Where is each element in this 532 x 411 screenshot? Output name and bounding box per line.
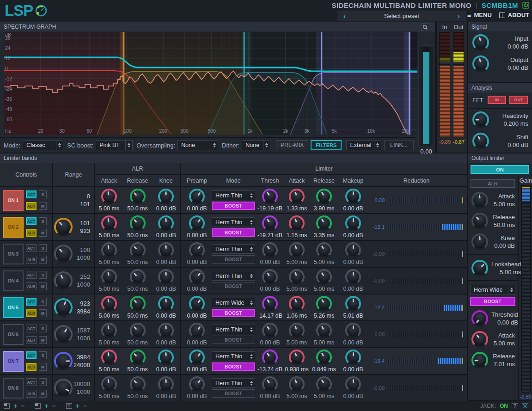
band-act-button[interactable]: ACT xyxy=(26,190,37,198)
output-release-knob[interactable] xyxy=(471,352,488,368)
output-attack-knob[interactable] xyxy=(471,331,488,348)
band-mute-button[interactable]: M xyxy=(39,309,47,317)
band-alr-release-knob[interactable] xyxy=(130,296,146,312)
band-alr-knee-knob[interactable] xyxy=(158,215,174,231)
fft-in-button[interactable]: IN xyxy=(488,96,506,104)
band-mute-button[interactable]: M xyxy=(39,256,47,264)
band-mute-button[interactable]: M xyxy=(39,229,47,237)
band-alr-button[interactable]: ALR xyxy=(26,390,37,398)
band-alr-knee-knob[interactable] xyxy=(158,269,174,285)
font-scale-plus-button[interactable]: + xyxy=(76,403,79,409)
band-alr-knee-knob[interactable] xyxy=(158,296,174,312)
band-solo-button[interactable]: S xyxy=(39,298,47,306)
spectrum-graph[interactable]: dB 36 24 12 0 -12 -24 -36 -48 -60 Hz 20 … xyxy=(4,32,417,135)
band-mode-select[interactable]: Herm Thin xyxy=(212,271,255,281)
band-makeup-knob[interactable] xyxy=(345,323,361,338)
band-mode-select[interactable]: Herm Thin xyxy=(212,217,255,227)
band-on-button[interactable]: ON 6 xyxy=(3,324,24,345)
band-preamp-knob[interactable] xyxy=(189,376,205,392)
spinner-icon[interactable] xyxy=(248,379,255,387)
graph-zoom-fader[interactable] xyxy=(418,45,434,146)
band-act-button[interactable]: ACT xyxy=(26,351,37,359)
band-thresh-knob[interactable] xyxy=(262,350,278,365)
band-thresh-knob[interactable] xyxy=(262,296,278,312)
oversampling-select[interactable]: None xyxy=(177,140,218,150)
band-range-knob[interactable] xyxy=(54,218,73,236)
spinner-icon[interactable] xyxy=(248,245,255,253)
band-mode-select[interactable]: Herm Thin xyxy=(212,244,255,254)
output-alr-attack-knob[interactable] xyxy=(471,192,488,209)
band-preamp-knob[interactable] xyxy=(189,189,205,204)
preset-label[interactable]: Select preset xyxy=(384,12,419,19)
band-preamp-knob[interactable] xyxy=(189,215,205,231)
band-preamp-knob[interactable] xyxy=(189,269,205,285)
band-alr-knee-knob[interactable] xyxy=(158,242,174,258)
band-alr-attack-knob[interactable] xyxy=(101,296,117,312)
band-act-button[interactable]: ACT xyxy=(26,244,37,252)
output-threshold-knob[interactable] xyxy=(471,310,488,327)
band-boost-button[interactable]: BOOST xyxy=(212,362,255,371)
premix-button[interactable]: PRE-MIX xyxy=(276,140,308,150)
band-boost-button[interactable]: BOOST xyxy=(212,282,255,290)
font-scale-minus-button[interactable]: − xyxy=(83,403,87,409)
band-attack-knob[interactable] xyxy=(289,350,305,365)
band-preamp-knob[interactable] xyxy=(189,296,205,312)
band-mute-button[interactable]: M xyxy=(39,282,47,290)
band-alr-attack-knob[interactable] xyxy=(101,269,117,285)
output-mode-select[interactable]: Herm Wide xyxy=(470,285,515,295)
band-boost-button[interactable]: BOOST xyxy=(212,228,255,237)
band-thresh-knob[interactable] xyxy=(262,323,278,338)
help-button[interactable]: ? xyxy=(512,403,518,409)
band-alr-release-knob[interactable] xyxy=(130,242,146,258)
band-alr-button[interactable]: ALR xyxy=(26,336,37,344)
band-alr-button[interactable]: ALR xyxy=(26,309,37,317)
band-act-button[interactable]: ACT xyxy=(26,298,37,306)
band-release-knob[interactable] xyxy=(316,269,332,285)
band-attack-knob[interactable] xyxy=(289,323,305,338)
sc-boost-select[interactable]: Pink BT xyxy=(96,140,133,150)
band-preamp-knob[interactable] xyxy=(189,323,205,338)
filters-button[interactable]: FILTERS xyxy=(311,140,342,150)
output-alr-button[interactable]: ALR xyxy=(471,179,515,188)
band-release-knob[interactable] xyxy=(316,189,332,204)
window-scale-plus-button[interactable]: + xyxy=(44,403,48,409)
band-thresh-knob[interactable] xyxy=(262,376,278,392)
band-range-knob[interactable] xyxy=(54,352,73,370)
band-makeup-knob[interactable] xyxy=(345,376,361,392)
power-icon[interactable] xyxy=(522,2,529,9)
link-button[interactable]: LINK... xyxy=(384,140,414,150)
resize-grip-icon[interactable] xyxy=(522,403,528,409)
band-alr-button[interactable]: ALR xyxy=(26,363,37,371)
band-makeup-knob[interactable] xyxy=(345,215,361,231)
band-thresh-knob[interactable] xyxy=(262,242,278,258)
band-solo-button[interactable]: S xyxy=(39,190,47,198)
band-mode-select[interactable]: Herm Wide xyxy=(212,298,255,307)
band-alr-attack-knob[interactable] xyxy=(101,323,117,338)
band-act-button[interactable]: ACT xyxy=(26,325,37,332)
band-solo-button[interactable]: S xyxy=(39,217,47,225)
band-release-knob[interactable] xyxy=(316,376,332,392)
band-preamp-knob[interactable] xyxy=(189,242,205,258)
band-on-button[interactable]: ON 7 xyxy=(3,351,24,372)
band-alr-release-knob[interactable] xyxy=(130,189,146,204)
output-limiter-on-button[interactable]: ON xyxy=(471,165,529,174)
output-boost-button[interactable]: BOOST xyxy=(470,297,515,306)
band-mute-button[interactable]: M xyxy=(39,202,47,210)
band-alr-release-knob[interactable] xyxy=(130,269,146,285)
reactivity-knob[interactable] xyxy=(472,111,489,128)
band-mute-button[interactable]: M xyxy=(39,390,47,398)
external-select[interactable]: External xyxy=(346,140,381,150)
band-attack-knob[interactable] xyxy=(289,296,305,312)
band-thresh-knob[interactable] xyxy=(262,189,278,204)
menu-button[interactable]: ≡MENU xyxy=(467,11,492,19)
band-attack-knob[interactable] xyxy=(289,376,305,392)
about-button[interactable]: ABOUT xyxy=(499,12,529,18)
band-alr-attack-knob[interactable] xyxy=(101,189,117,204)
band-attack-knob[interactable] xyxy=(289,189,305,204)
band-range-knob[interactable] xyxy=(54,325,73,344)
band-boost-button[interactable]: BOOST xyxy=(212,202,255,210)
band-on-button[interactable]: ON 4 xyxy=(3,270,24,291)
band-alr-button[interactable]: ALR xyxy=(26,256,37,264)
band-on-button[interactable]: ON 8 xyxy=(3,378,24,399)
band-on-button[interactable]: ON 3 xyxy=(3,244,24,264)
